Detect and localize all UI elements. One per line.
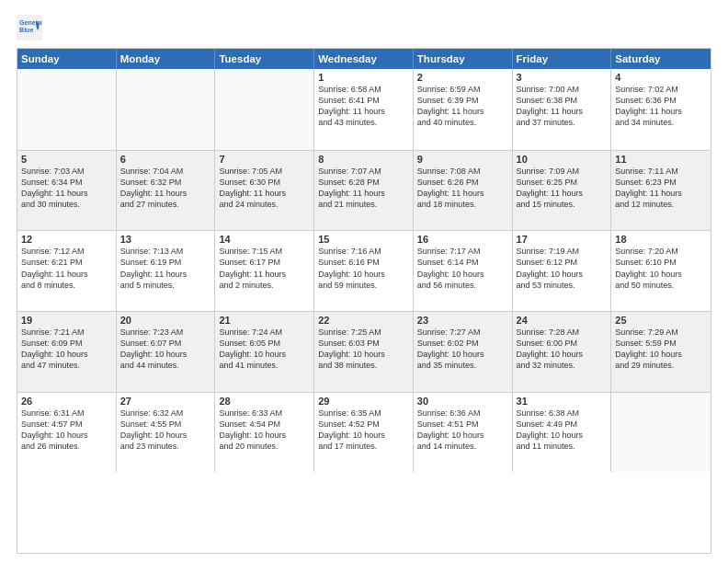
day-number: 21 (219, 315, 310, 326)
cell-info-line: Sunset: 6:03 PM (318, 338, 409, 349)
calendar-cell-r4c0: 26Sunrise: 6:31 AMSunset: 4:57 PMDayligh… (17, 393, 117, 473)
cell-info-line: Sunrise: 6:58 AM (318, 84, 409, 95)
cell-info-line: and 37 minutes. (517, 117, 608, 128)
calendar-cell-r1c6: 11Sunrise: 7:11 AMSunset: 6:23 PMDayligh… (611, 151, 711, 231)
cell-info-line: and 12 minutes. (615, 199, 707, 210)
header-day-friday: Friday (513, 49, 612, 69)
day-number: 2 (417, 72, 508, 83)
header-day-tuesday: Tuesday (215, 49, 314, 69)
calendar-cell-r0c6: 4Sunrise: 7:02 AMSunset: 6:36 PMDaylight… (611, 69, 711, 150)
cell-info-line: and 34 minutes. (615, 117, 707, 128)
cell-info-line: and 29 minutes. (615, 360, 707, 371)
day-number: 19 (21, 315, 112, 326)
cell-info-line: Sunrise: 7:09 AM (517, 166, 608, 177)
cell-info-line: Sunset: 6:16 PM (318, 257, 409, 268)
calendar-cell-r1c0: 5Sunrise: 7:03 AMSunset: 6:34 PMDaylight… (17, 151, 117, 231)
cell-info-line: and 30 minutes. (21, 199, 112, 210)
cell-info-line: Sunrise: 7:25 AM (318, 327, 409, 338)
cell-info-line: Sunset: 6:00 PM (517, 338, 608, 349)
cell-info-line: Sunset: 4:55 PM (120, 419, 211, 430)
cell-info-line: Sunrise: 7:08 AM (417, 166, 508, 177)
calendar-cell-r0c0 (17, 69, 117, 150)
cell-info-line: and 24 minutes. (219, 199, 310, 210)
calendar-cell-r2c1: 13Sunrise: 7:13 AMSunset: 6:19 PMDayligh… (117, 231, 216, 311)
calendar-cell-r0c4: 2Sunrise: 6:59 AMSunset: 6:39 PMDaylight… (414, 69, 513, 150)
cell-info-line: and 21 minutes. (318, 199, 409, 210)
cell-info-line: Sunrise: 7:16 AM (318, 246, 409, 257)
cell-info-line: Daylight: 10 hours (417, 430, 508, 441)
cell-info-line: Daylight: 10 hours (318, 430, 409, 441)
cell-info-line: Sunset: 6:07 PM (120, 338, 211, 349)
cell-info-line: Daylight: 11 hours (120, 188, 211, 199)
cell-info-line: Sunset: 4:52 PM (318, 419, 409, 430)
cell-info-line: Sunset: 6:17 PM (219, 257, 310, 268)
cell-info-line: Sunrise: 7:23 AM (120, 327, 211, 338)
cell-info-line: Sunset: 6:41 PM (318, 95, 409, 106)
day-number: 29 (318, 396, 409, 407)
cell-info-line: and 11 minutes. (517, 441, 608, 452)
cell-info-line: Sunset: 6:10 PM (615, 257, 707, 268)
cell-info-line: Sunrise: 6:32 AM (120, 408, 211, 419)
day-number: 12 (21, 234, 112, 245)
calendar-cell-r3c2: 21Sunrise: 7:24 AMSunset: 6:05 PMDayligh… (215, 312, 314, 392)
cell-info-line: Daylight: 10 hours (219, 349, 310, 360)
calendar-cell-r2c0: 12Sunrise: 7:12 AMSunset: 6:21 PMDayligh… (17, 231, 117, 311)
calendar-cell-r0c1 (117, 69, 216, 150)
calendar-cell-r0c5: 3Sunrise: 7:00 AMSunset: 6:38 PMDaylight… (513, 69, 612, 150)
header-day-monday: Monday (117, 49, 216, 69)
cell-info-line: Daylight: 10 hours (517, 269, 608, 280)
cell-info-line: Daylight: 11 hours (417, 106, 508, 117)
calendar-cell-r3c3: 22Sunrise: 7:25 AMSunset: 6:03 PMDayligh… (314, 312, 414, 392)
calendar-cell-r2c3: 15Sunrise: 7:16 AMSunset: 6:16 PMDayligh… (314, 231, 414, 311)
cell-info-line: Sunrise: 6:36 AM (417, 408, 508, 419)
logo: General Blue (17, 15, 46, 40)
cell-info-line: Daylight: 11 hours (615, 106, 707, 117)
day-number: 15 (318, 234, 409, 245)
calendar-cell-r2c2: 14Sunrise: 7:15 AMSunset: 6:17 PMDayligh… (215, 231, 314, 311)
cell-info-line: Daylight: 11 hours (21, 188, 112, 199)
calendar-cell-r4c3: 29Sunrise: 6:35 AMSunset: 4:52 PMDayligh… (314, 393, 414, 473)
header: General Blue (17, 15, 711, 40)
cell-info-line: and 8 minutes. (21, 280, 112, 291)
cell-info-line: Sunrise: 6:38 AM (517, 408, 608, 419)
cell-info-line: Sunrise: 7:19 AM (517, 246, 608, 257)
calendar-cell-r2c4: 16Sunrise: 7:17 AMSunset: 6:14 PMDayligh… (414, 231, 513, 311)
page: General Blue SundayMondayTuesdayWednesda… (0, 0, 728, 563)
svg-text:Blue: Blue (19, 27, 33, 33)
cell-info-line: Sunset: 5:59 PM (615, 338, 707, 349)
cell-info-line: Daylight: 10 hours (21, 430, 112, 441)
cell-info-line: Sunset: 6:36 PM (615, 95, 707, 106)
cell-info-line: Sunset: 6:19 PM (120, 257, 211, 268)
cell-info-line: Sunrise: 7:05 AM (219, 166, 310, 177)
calendar-cell-r4c1: 27Sunrise: 6:32 AMSunset: 4:55 PMDayligh… (117, 393, 216, 473)
day-number: 14 (219, 234, 310, 245)
day-number: 24 (517, 315, 608, 326)
calendar-cell-r4c4: 30Sunrise: 6:36 AMSunset: 4:51 PMDayligh… (414, 393, 513, 473)
cell-info-line: Sunrise: 6:33 AM (219, 408, 310, 419)
calendar-cell-r4c6 (611, 393, 711, 473)
cell-info-line: Daylight: 11 hours (615, 188, 707, 199)
day-number: 10 (517, 154, 608, 165)
calendar-cell-r1c1: 6Sunrise: 7:04 AMSunset: 6:32 PMDaylight… (117, 151, 216, 231)
cell-info-line: Sunrise: 7:12 AM (21, 246, 112, 257)
calendar-row-4: 26Sunrise: 6:31 AMSunset: 4:57 PMDayligh… (17, 392, 711, 473)
day-number: 23 (417, 315, 508, 326)
calendar-body: 1Sunrise: 6:58 AMSunset: 6:41 PMDaylight… (17, 69, 711, 553)
cell-info-line: and 50 minutes. (615, 280, 707, 291)
day-number: 4 (615, 72, 707, 83)
calendar-cell-r2c5: 17Sunrise: 7:19 AMSunset: 6:12 PMDayligh… (513, 231, 612, 311)
cell-info-line: Sunrise: 7:03 AM (21, 166, 112, 177)
day-number: 31 (517, 396, 608, 407)
day-number: 20 (120, 315, 211, 326)
cell-info-line: and 23 minutes. (120, 441, 211, 452)
cell-info-line: and 20 minutes. (219, 441, 310, 452)
cell-info-line: Sunrise: 7:21 AM (21, 327, 112, 338)
day-number: 16 (417, 234, 508, 245)
cell-info-line: Sunrise: 7:00 AM (517, 84, 608, 95)
cell-info-line: Sunrise: 7:27 AM (417, 327, 508, 338)
calendar-cell-r3c1: 20Sunrise: 7:23 AMSunset: 6:07 PMDayligh… (117, 312, 216, 392)
cell-info-line: and 14 minutes. (417, 441, 508, 452)
cell-info-line: Daylight: 11 hours (219, 269, 310, 280)
cell-info-line: Sunset: 6:23 PM (615, 177, 707, 188)
cell-info-line: and 17 minutes. (318, 441, 409, 452)
